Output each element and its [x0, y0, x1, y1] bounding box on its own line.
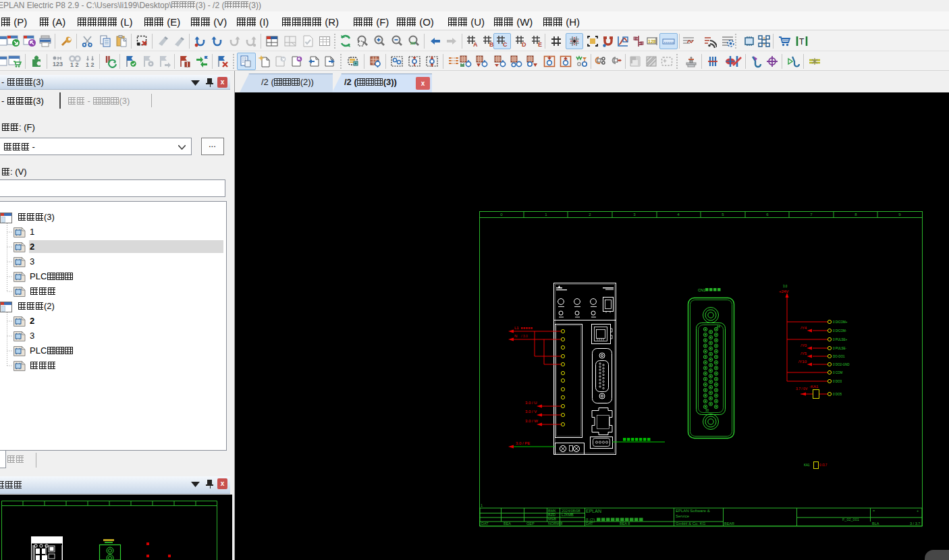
svg-text:0 COM: 0 COM — [833, 371, 843, 374]
svg-text:BEAR: BEAR — [724, 522, 734, 526]
svg-text:0 DICOM-: 0 DICOM- — [833, 329, 847, 333]
svg-text:F_02_001: F_02_001 — [842, 517, 859, 522]
svg-text:3.0 / W: 3.0 / W — [525, 419, 538, 423]
svg-text:EPLAN: EPLAN — [586, 509, 601, 513]
svg-text:/Y0: /Y0 — [801, 343, 807, 347]
svg-text:1: 1 — [545, 213, 547, 217]
svg-text:L1: L1 — [514, 326, 519, 330]
svg-text:NORM 8: NORM 8 — [548, 522, 562, 526]
svg-text:3.7 / 0V: 3.7 / 0V — [796, 387, 808, 391]
svg-text:4: 4 — [677, 213, 680, 217]
svg-text:BEA 8: BEA 8 — [620, 522, 630, 526]
svg-text:C: C — [503, 41, 508, 48]
svg-text:7: 7 — [810, 213, 813, 217]
svg-text:/ 3.0: / 3.0 — [521, 334, 528, 338]
svg-text:KA1: KA1 — [804, 464, 810, 467]
svg-text:2: 2 — [589, 213, 591, 217]
svg-text:8: 8 — [855, 213, 857, 217]
svg-text:123: 123 — [53, 61, 63, 67]
svg-text:0 DO3: 0 DO3 — [833, 380, 842, 383]
svg-text:CN1: CN1 — [698, 288, 705, 292]
svg-text:N: N — [514, 334, 517, 338]
svg-text:+24V: +24V — [779, 289, 788, 293]
svg-text:=: = — [873, 509, 875, 513]
svg-text:DO-DO1: DO-DO1 — [833, 355, 845, 358]
svg-text:3: 3 — [633, 213, 636, 217]
svg-text:LJXMB: LJXMB — [562, 513, 574, 517]
svg-text:8 (2): 8 (2) — [586, 517, 595, 523]
svg-text:BLA: BLA — [872, 522, 879, 526]
svg-text:0: 0 — [500, 213, 503, 217]
svg-text:T: T — [799, 37, 805, 47]
svg-text:0 /3.7: 0 /3.7 — [819, 464, 828, 467]
svg-text:0 PULSE+: 0 PULSE+ — [833, 338, 848, 341]
svg-text:100: 100 — [410, 41, 416, 45]
svg-text:BEA: BEA — [504, 522, 511, 526]
svg-text:GEP: GEP — [526, 522, 535, 526]
svg-text:3 / 3.7: 3 / 3.7 — [910, 522, 920, 526]
svg-text:DAT: DAT — [481, 522, 489, 526]
svg-text:/Y10: /Y10 — [798, 360, 807, 364]
svg-text:MSB: MSB — [548, 517, 556, 521]
svg-text:EPLAN Software &: EPLAN Software & — [676, 509, 710, 513]
svg-text:0 PULSE-: 0 PULSE- — [833, 347, 847, 350]
svg-text:30: 30 — [705, 409, 709, 412]
svg-text:0 DO5: 0 DO5 — [833, 393, 842, 396]
svg-text:GmbH & Co. KG: GmbH & Co. KG — [676, 522, 706, 526]
svg-text:/Y4: /Y4 — [801, 326, 807, 330]
svg-text:6: 6 — [766, 213, 769, 217]
svg-text:A: A — [473, 41, 478, 48]
svg-text:5: 5 — [722, 213, 724, 217]
svg-text:-KA1: -KA1 — [809, 385, 819, 389]
svg-text:1 2: 1 2 — [70, 61, 79, 68]
svg-text:E: E — [538, 41, 542, 48]
svg-text:Service: Service — [676, 514, 690, 518]
svg-text:0 DICOM+: 0 DICOM+ — [833, 320, 848, 324]
svg-text:+: + — [917, 509, 919, 513]
svg-text:3.0 / PE: 3.0 / PE — [516, 441, 530, 445]
svg-text:128: 128 — [648, 39, 656, 44]
svg-text:3.0 / U: 3.0 / U — [525, 401, 537, 405]
svg-text:3.0 / V: 3.0 / V — [525, 410, 537, 414]
svg-text:D: D — [522, 41, 526, 48]
svg-text:0 DO2-GND: 0 DO2-GND — [833, 363, 850, 366]
svg-text:3.0: 3.0 — [783, 285, 788, 288]
svg-text:9: 9 — [898, 213, 901, 217]
svg-text:1 2: 1 2 — [86, 61, 94, 68]
svg-text:/Y5: /Y5 — [801, 352, 807, 356]
svg-text:1: 1 — [481, 503, 483, 507]
svg-text:44: 44 — [717, 325, 721, 329]
